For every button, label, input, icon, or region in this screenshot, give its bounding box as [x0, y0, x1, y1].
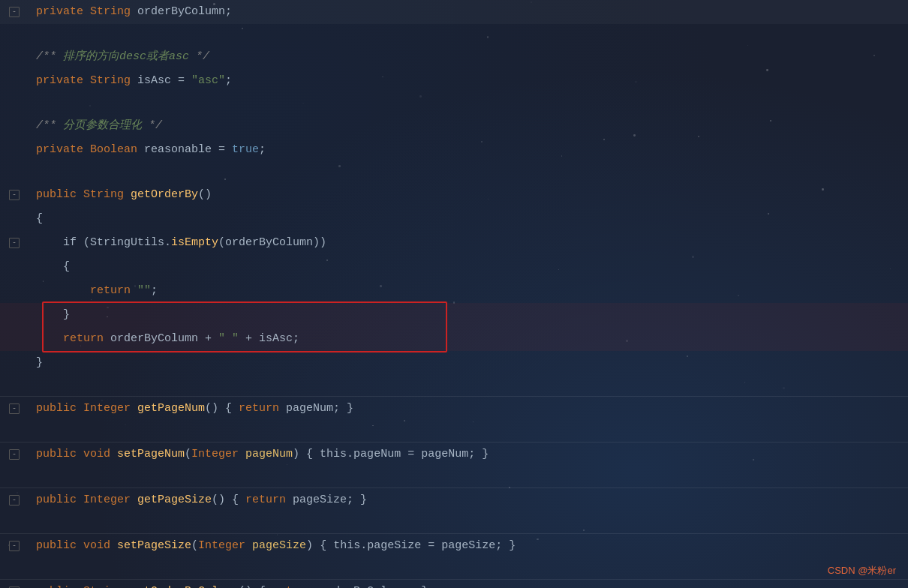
token-ident: { [36, 260, 70, 273]
token-brace: { [36, 212, 43, 225]
token-type: Boolean [90, 143, 144, 156]
token-paren: )) [313, 236, 326, 249]
line-content: public String getOrderBy() [33, 184, 908, 206]
code-line [0, 93, 908, 114]
token-ident: { [218, 402, 239, 415]
line-content [33, 560, 908, 578]
fold-collapse-icon[interactable]: - [9, 495, 20, 506]
token-param: pageSize [252, 539, 306, 552]
token-ident: orderByColumn; } [320, 585, 428, 588]
code-line: return ""; [0, 279, 908, 303]
token-type: String [90, 5, 137, 18]
fold-collapse-icon[interactable]: - [9, 238, 20, 248]
code-line: -public Integer getPageSize() { return p… [0, 488, 908, 512]
token-paren: () [205, 402, 218, 415]
code-line: -public void setPageNum(Integer pageNum)… [0, 442, 908, 466]
line-content: } [33, 352, 908, 374]
token-paren: ) [306, 539, 313, 552]
line-content: private Boolean reasonable = true; [33, 140, 908, 160]
line-content: public Integer getPageSize() { return pa… [33, 490, 908, 511]
token-kw: void [83, 539, 117, 552]
line-content [33, 468, 908, 486]
line-content [33, 26, 908, 44]
token-ident: ; [259, 143, 266, 156]
token-kw: private [36, 143, 90, 156]
fold-collapse-icon[interactable]: - [9, 541, 20, 551]
code-line [0, 24, 908, 45]
line-content: { [33, 208, 908, 230]
line-content: return orderByColumn + " " + isAsc; [33, 328, 908, 350]
token-comment: */ [189, 50, 209, 63]
token-comment: /** [36, 50, 63, 63]
fold-collapse-icon[interactable]: - [9, 7, 20, 17]
token-kw: public [36, 494, 83, 506]
gutter-icon [0, 514, 33, 532]
line-content: public void setPageNum(Integer pageNum) … [33, 444, 908, 465]
token-method: isEmpty [171, 236, 218, 249]
token-kw: private [36, 74, 90, 87]
token-ident: pageNum; } [286, 402, 353, 415]
token-method: getOrderByColumn [131, 585, 239, 588]
code-line: } [0, 303, 908, 327]
code-line: /** 分页参数合理化 */ [0, 114, 908, 138]
code-line: return orderByColumn + " " + isAsc; [0, 327, 908, 351]
gutter-icon [0, 70, 33, 92]
token-paren: ( [218, 236, 225, 249]
line-content [33, 164, 908, 182]
line-content [33, 514, 908, 532]
code-line: { [0, 255, 908, 279]
code-line [0, 558, 908, 579]
gutter-icon [0, 46, 33, 68]
token-method: setPageNum [117, 448, 185, 460]
code-line [0, 512, 908, 533]
token-kw: public [36, 539, 83, 552]
token-type: String [83, 585, 131, 588]
token-string: "asc" [191, 74, 225, 87]
fold-collapse-icon[interactable]: - [9, 449, 20, 460]
code-line: } [0, 351, 908, 375]
token-comment-chinese: 排序的方向desc或者asc [63, 50, 189, 63]
token-kw: return [36, 332, 110, 345]
fold-collapse-icon[interactable]: - [9, 190, 20, 200]
gutter-icon [0, 94, 33, 112]
token-paren: ) [293, 448, 299, 460]
token-ident: isAsc = [137, 74, 191, 87]
gutter-icon [0, 376, 33, 394]
gutter-icon [0, 208, 33, 230]
gutter-icon: - [0, 184, 33, 206]
code-line: -public Integer getPageNum() { return pa… [0, 396, 908, 421]
code-container: -private String orderByColumn;/** 排序的方向d… [0, 0, 908, 588]
token-ident: orderByColumn [225, 236, 313, 249]
token-type: String [83, 188, 131, 201]
token-kw: private [36, 5, 90, 18]
line-content: public Integer getPageNum() { return pag… [33, 398, 908, 419]
token-ident: orderByColumn + [110, 332, 218, 345]
token-ident: ; [225, 74, 232, 87]
token-kw: public [36, 188, 83, 201]
token-param: pageNum [245, 448, 293, 460]
token-ident: pageSize; } [293, 494, 367, 506]
fold-collapse-icon[interactable]: - [9, 404, 20, 414]
code-line: - if (StringUtils.isEmpty(orderByColumn)… [0, 231, 908, 255]
line-content: private String orderByColumn; [33, 2, 908, 22]
token-type: Integer [191, 448, 245, 460]
code-line: -private String orderByColumn; [0, 0, 908, 24]
code-line: -public String getOrderBy() [0, 183, 908, 207]
line-content: public String getOrderByColumn() { retur… [33, 581, 908, 588]
token-ident: StringUtils. [90, 236, 171, 249]
gutter-icon: - [0, 490, 33, 511]
token-type: Integer [83, 402, 137, 415]
watermark: CSDN @米粉er [828, 563, 896, 579]
token-paren: () [212, 494, 225, 506]
gutter-icon [0, 140, 33, 160]
gutter-icon [0, 280, 33, 302]
gutter-icon [0, 422, 33, 440]
code-line [0, 375, 908, 396]
gutter-icon [0, 26, 33, 44]
gutter-icon: - [0, 536, 33, 556]
line-content: public void setPageSize(Integer pageSize… [33, 536, 908, 556]
line-content [33, 94, 908, 112]
gutter-icon [0, 560, 33, 578]
gutter-icon [0, 116, 33, 136]
token-comment-chinese: 分页参数合理化 [63, 119, 142, 132]
